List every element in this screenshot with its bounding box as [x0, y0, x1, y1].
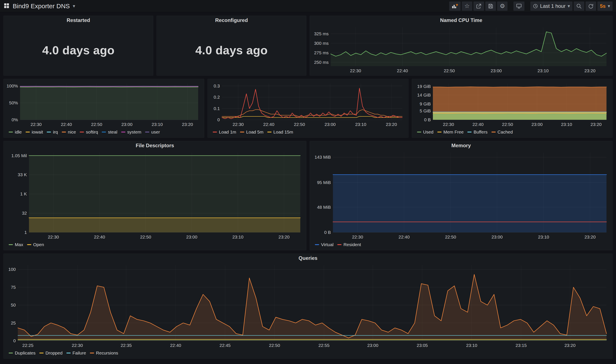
- legend-item[interactable]: Load 5m: [240, 130, 263, 135]
- svg-text:23:10: 23:10: [152, 122, 163, 127]
- legend-swatch: [267, 132, 272, 132]
- memory-usage-chart[interactable]: 0 B5 GiB9 GiB14 GiB19 GiB22:3022:4022:50…: [414, 81, 610, 128]
- legend-item[interactable]: steal: [102, 130, 117, 135]
- svg-text:23:20: 23:20: [564, 343, 575, 348]
- svg-text:23:10: 23:10: [233, 234, 244, 239]
- legend-item[interactable]: Load 1m: [213, 130, 236, 135]
- legend-item[interactable]: Recursions: [90, 351, 118, 356]
- svg-text:14 GiB: 14 GiB: [417, 92, 431, 97]
- legend-swatch: [39, 352, 43, 353]
- legend-item[interactable]: Duplicates: [9, 351, 36, 356]
- queries-chart[interactable]: 025507510022:2522:3022:3522:4022:4522:50…: [6, 263, 610, 349]
- legend-item[interactable]: irq: [47, 130, 58, 135]
- file-descriptors-chart[interactable]: 1321 K33 K1.05 Mil22:3022:4022:5023:0023…: [6, 150, 304, 240]
- named-cpu-time-chart[interactable]: 250 ms275 ms300 ms325 ms22:3022:4022:502…: [312, 25, 610, 74]
- legend-label: Virtual: [321, 242, 333, 247]
- legend-swatch: [240, 132, 244, 132]
- panel-title[interactable]: Queries: [4, 254, 612, 263]
- legend-item[interactable]: nice: [62, 130, 76, 135]
- legend-swatch: [417, 132, 421, 132]
- svg-text:100%: 100%: [7, 83, 18, 88]
- panel-title[interactable]: Memory: [310, 141, 612, 150]
- svg-text:22:40: 22:40: [472, 122, 484, 127]
- legend-swatch: [47, 132, 51, 132]
- legend-item[interactable]: Mem Free: [437, 130, 464, 135]
- panel-title[interactable]: Reconfigured: [157, 16, 306, 25]
- zoom-out-button[interactable]: [574, 1, 584, 11]
- chevron-down-icon[interactable]: ▾: [73, 4, 75, 8]
- star-button[interactable]: ☆: [462, 1, 472, 11]
- panel-load: 00.10.20.322:3022:4022:5023:0023:1023:20…: [207, 79, 408, 138]
- svg-text:1: 1: [24, 230, 27, 235]
- time-range-picker[interactable]: Last 1 hour ▾: [530, 1, 573, 11]
- svg-text:22:40: 22:40: [397, 68, 408, 73]
- settings-button[interactable]: ⚙: [497, 1, 507, 11]
- memory-chart[interactable]: 0 B48 MiB95 MiB143 MiB22:3022:4022:5023:…: [312, 150, 610, 240]
- legend-item[interactable]: Cached: [492, 130, 513, 135]
- legend-item[interactable]: Load 15m: [267, 130, 293, 135]
- save-button[interactable]: [485, 1, 496, 11]
- cpu-chart[interactable]: 0%50%100%22:3022:4022:5023:0023:1023:20: [6, 81, 202, 128]
- svg-text:22:50: 22:50: [294, 122, 305, 127]
- legend-item[interactable]: Failure: [66, 351, 86, 356]
- time-range-label: Last 1 hour: [540, 3, 565, 9]
- legend-item[interactable]: system: [121, 130, 141, 135]
- svg-text:48 MiB: 48 MiB: [317, 205, 331, 209]
- legend-item[interactable]: Open: [27, 242, 44, 247]
- gear-icon: ⚙: [500, 3, 505, 9]
- svg-text:0.2: 0.2: [214, 95, 220, 100]
- memory-usage-chart-legend: UsedMem FreeBuffersCached: [414, 128, 610, 136]
- legend-label: system: [127, 130, 141, 135]
- legend-swatch: [9, 244, 13, 245]
- legend-label: Recursions: [96, 351, 118, 356]
- legend-item[interactable]: softirq: [80, 130, 98, 135]
- legend-label: Load 1m: [219, 130, 236, 135]
- svg-text:0 B: 0 B: [324, 230, 331, 235]
- magnifier-icon: [576, 3, 582, 9]
- panel-title[interactable]: Restarted: [4, 16, 153, 25]
- legend-label: steal: [108, 130, 117, 135]
- star-icon: ☆: [464, 3, 470, 9]
- svg-text:22:50: 22:50: [140, 234, 151, 239]
- queries-chart-legend: DuplicatesDroppedFailureRecursions: [6, 349, 610, 357]
- svg-text:0.1: 0.1: [214, 106, 220, 111]
- refresh-button[interactable]: [586, 1, 596, 11]
- share-button[interactable]: [473, 1, 484, 11]
- legend-item[interactable]: Max: [9, 242, 23, 247]
- panel-restarted: Restarted 4.0 days ago: [3, 16, 153, 76]
- legend-item[interactable]: Buffers: [467, 130, 487, 135]
- legend-label: softirq: [86, 130, 98, 135]
- panel-cpu: 0%50%100%22:3022:4022:5023:0023:1023:20 …: [3, 79, 204, 138]
- legend-item[interactable]: user: [145, 130, 160, 135]
- cycle-view-button[interactable]: [513, 1, 524, 11]
- reconfigured-stat-value: 4.0 days ago: [195, 43, 268, 57]
- panel-title[interactable]: File Descriptors: [4, 141, 306, 150]
- refresh-interval-dropdown[interactable]: 5s ▾: [597, 1, 613, 11]
- chevron-down-icon: ▾: [568, 4, 570, 8]
- legend-item[interactable]: iowait: [26, 130, 43, 135]
- dashboard-title[interactable]: Bind9 Exporter DNS: [13, 2, 70, 10]
- legend-label: Buffers: [473, 130, 487, 135]
- add-panel-button[interactable]: [449, 1, 461, 11]
- svg-text:22:30: 22:30: [350, 68, 361, 73]
- load-chart[interactable]: 00.10.20.322:3022:4022:5023:0023:1023:20: [210, 81, 406, 128]
- svg-text:250 ms: 250 ms: [314, 60, 329, 65]
- legend-label: Mem Free: [443, 130, 464, 135]
- legend-label: idle: [15, 130, 22, 135]
- legend-item[interactable]: Resident: [337, 242, 361, 247]
- svg-text:22:50: 22:50: [269, 343, 280, 348]
- legend-swatch: [213, 132, 217, 132]
- clock-icon: [533, 4, 538, 9]
- panel-named-cpu-time: Named CPU Time 250 ms275 ms300 ms325 ms2…: [310, 16, 613, 76]
- legend-item[interactable]: Used: [417, 130, 434, 135]
- svg-text:22:30: 22:30: [72, 343, 83, 348]
- legend-swatch: [9, 352, 13, 353]
- legend-item[interactable]: Dropped: [39, 351, 63, 356]
- file-descriptors-chart-legend: MaxOpen: [6, 240, 304, 249]
- svg-text:23:20: 23:20: [278, 234, 290, 239]
- legend-label: Load 15m: [274, 130, 293, 135]
- legend-item[interactable]: Virtual: [315, 242, 333, 247]
- legend-item[interactable]: idle: [9, 130, 22, 135]
- legend-swatch: [80, 132, 84, 132]
- panel-title[interactable]: Named CPU Time: [310, 16, 612, 25]
